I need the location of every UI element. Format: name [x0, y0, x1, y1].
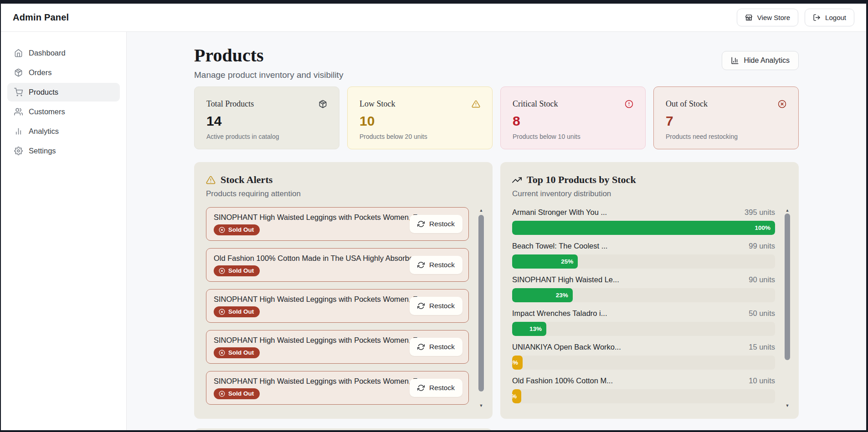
scroll-up-icon[interactable]: ▲	[784, 207, 791, 213]
top-bar: Admin Panel View Store Logout	[1, 4, 866, 32]
top-products-subtitle: Current inventory distribution	[512, 189, 791, 198]
top-products-list: Armani Stronger With You ...395 units 10…	[512, 207, 775, 408]
view-store-button[interactable]: View Store	[737, 9, 798, 26]
stat-card-value: 7	[666, 114, 786, 128]
product-name: Impact Wrenches Taladro i...	[512, 308, 607, 318]
top-bar-actions: View Store Logout	[737, 9, 854, 26]
refresh-icon	[417, 261, 425, 269]
hide-analytics-label: Hide Analytics	[744, 56, 790, 65]
top-product-row: Beach Towel: The Coolest ...99 units 25%	[512, 241, 775, 269]
page-subtitle: Manage product inventory and visibility	[194, 70, 343, 80]
stock-bar-percent: 4%	[512, 359, 518, 366]
partial-panel	[194, 428, 493, 430]
stock-alert-row: SINOPHANT High Waisted Leggings with Poc…	[206, 371, 469, 405]
x-circle-icon	[219, 268, 225, 274]
x-circle-icon	[219, 227, 225, 233]
stat-card-value: 14	[206, 114, 327, 128]
stock-bar-track: 100%	[512, 221, 775, 235]
stock-alert-row: SINOPHANT High Waisted Leggings with Poc…	[206, 330, 469, 364]
sold-out-badge: Sold Out	[214, 265, 260, 276]
top-product-row: Old Fashion 100% Cotton M...10 units 3%	[512, 376, 775, 403]
scrollbar-thumb[interactable]	[478, 215, 484, 391]
sold-out-badge: Sold Out	[214, 388, 260, 399]
sidebar-item-customers[interactable]: Customers	[7, 102, 120, 121]
chart-icon	[731, 56, 739, 65]
stock-alerts-subtitle: Products requiring attention	[206, 189, 484, 198]
product-name: Armani Stronger With You ...	[512, 207, 607, 217]
sidebar-item-orders[interactable]: Orders	[7, 63, 120, 82]
scroll-down-icon[interactable]: ▼	[478, 402, 484, 408]
view-store-label: View Store	[757, 14, 790, 21]
page-title: Products	[194, 46, 343, 66]
logout-label: Logout	[825, 14, 846, 21]
sold-out-badge: Sold Out	[214, 347, 260, 358]
product-name: UNIANKIYA Open Back Worko...	[512, 342, 621, 352]
sold-out-label: Sold Out	[228, 308, 254, 315]
stat-card-critical-stock: Critical Stock8Products below 10 units	[500, 86, 646, 149]
restock-button[interactable]: Restock	[410, 215, 462, 233]
top-products-panel: Top 10 Products by Stock Current invento…	[500, 162, 799, 419]
stat-card-label: Total Products	[206, 99, 254, 109]
sidebar-item-dashboard[interactable]: Dashboard	[7, 44, 120, 62]
stat-card-value: 10	[360, 114, 480, 128]
stock-bar: 13%	[512, 322, 546, 336]
sold-out-label: Sold Out	[228, 267, 254, 274]
admin-panel-window: Admin Panel View Store Logout DashboardO…	[1, 4, 866, 430]
stock-bar-track: 13%	[512, 322, 775, 336]
sidebar-item-label: Settings	[29, 147, 56, 155]
stock-alert-row: SINOPHANT High Waisted Leggings with Poc…	[206, 289, 469, 323]
trending-up-icon	[512, 175, 522, 185]
stat-card-label: Low Stock	[360, 99, 395, 109]
restock-label: Restock	[429, 384, 455, 392]
refresh-icon	[417, 302, 425, 310]
alert-triangle-icon	[206, 175, 216, 185]
restock-label: Restock	[429, 220, 455, 228]
package-icon	[318, 100, 327, 108]
gear-icon	[14, 147, 23, 155]
units-label: 99 units	[749, 241, 775, 251]
sold-out-badge: Sold Out	[214, 224, 260, 235]
stock-bar: 25%	[512, 254, 578, 269]
stock-alert-row: Old Fashion 100% Cotton Made in The USA …	[206, 248, 469, 282]
stock-bar-percent: 13%	[529, 325, 542, 332]
stock-bar-percent: 23%	[556, 292, 568, 299]
stock-alert-list: SINOPHANT High Waisted Leggings with Poc…	[206, 207, 469, 408]
hide-analytics-button[interactable]: Hide Analytics	[722, 51, 799, 70]
scrollbar-thumb[interactable]	[785, 213, 790, 360]
sidebar-item-label: Customers	[29, 107, 65, 116]
restock-button[interactable]: Restock	[410, 379, 462, 397]
scroll-up-icon[interactable]: ▲	[478, 207, 484, 213]
stat-card-out-of-stock: Out of Stock7Products need restocking	[653, 86, 799, 149]
stock-alerts-scrollbar[interactable]: ▲ ▼	[478, 207, 484, 408]
stock-bar-track: 3%	[512, 389, 775, 403]
sidebar-item-label: Products	[29, 88, 58, 97]
product-name: SINOPHANT High Waisted Le...	[512, 274, 619, 285]
sold-out-label: Sold Out	[228, 349, 254, 356]
restock-button[interactable]: Restock	[410, 338, 462, 356]
sidebar-item-analytics[interactable]: Analytics	[7, 122, 120, 141]
sidebar-item-products[interactable]: Products	[7, 83, 120, 102]
stat-card-label: Out of Stock	[666, 99, 708, 109]
stat-card-description: Active products in catalog	[206, 133, 327, 140]
product-name: Old Fashion 100% Cotton M...	[512, 376, 613, 386]
stock-alerts-panel: Stock Alerts Products requiring attentio…	[194, 162, 493, 419]
home-icon	[14, 49, 23, 57]
top-product-row: SINOPHANT High Waisted Le...90 units 23%	[512, 274, 775, 302]
stat-card-low-stock: Low Stock10Products below 20 units	[347, 86, 493, 149]
sidebar-item-settings[interactable]: Settings	[7, 142, 120, 160]
restock-button[interactable]: Restock	[410, 256, 462, 274]
app-title: Admin Panel	[13, 12, 69, 23]
stock-bar: 100%	[512, 221, 775, 235]
restock-label: Restock	[429, 343, 455, 351]
restock-button[interactable]: Restock	[410, 297, 462, 315]
logout-button[interactable]: Logout	[805, 9, 854, 26]
units-label: 90 units	[749, 274, 775, 285]
logout-icon	[813, 14, 821, 21]
product-name: Beach Towel: The Coolest ...	[512, 241, 607, 251]
sidebar: DashboardOrdersProductsCustomersAnalytic…	[1, 32, 127, 430]
scroll-down-icon[interactable]: ▼	[784, 402, 791, 408]
sidebar-item-label: Dashboard	[29, 49, 66, 57]
stock-bar-track: 23%	[512, 288, 775, 302]
x-circle-icon	[778, 100, 786, 108]
top-products-scrollbar[interactable]: ▲ ▼	[784, 207, 791, 408]
